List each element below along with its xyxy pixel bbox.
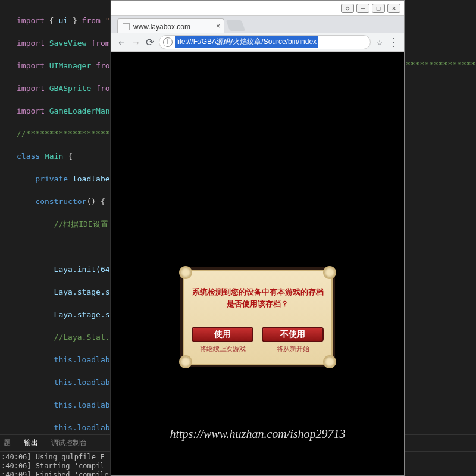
window-titlebar: ◇ — □ ✕ bbox=[111, 1, 404, 16]
page-viewport: 系统检测到您的设备中有本游戏的存档 是否使用该存档？ 使用 不使用 将继续上次游… bbox=[111, 52, 404, 475]
back-button[interactable]: ← bbox=[116, 36, 127, 48]
tab-strip: www.layabox.com × bbox=[111, 16, 404, 33]
use-save-button[interactable]: 使用 bbox=[192, 327, 253, 342]
forward-button[interactable]: → bbox=[130, 36, 141, 48]
watermark-text: https://www.huzhan.com/ishop29713 bbox=[170, 427, 345, 441]
bookmark-star-icon[interactable]: ☆ bbox=[377, 36, 383, 48]
close-window-button[interactable]: ✕ bbox=[387, 4, 400, 13]
reload-button[interactable]: ⟳ bbox=[145, 36, 155, 48]
panel-tab-problems[interactable]: 题 bbox=[4, 438, 11, 448]
dialog-message: 系统检测到您的设备中有本游戏的存档 是否使用该存档？ bbox=[187, 286, 328, 310]
site-info-icon[interactable]: i bbox=[163, 37, 173, 47]
save-dialog: 系统检测到您的设备中有本游戏的存档 是否使用该存档？ 使用 不使用 将继续上次游… bbox=[180, 267, 335, 367]
dont-use-save-button[interactable]: 不使用 bbox=[262, 327, 324, 342]
no-hint: 将从新开始 bbox=[262, 345, 324, 353]
maximize-button[interactable]: □ bbox=[372, 4, 385, 13]
browser-tab[interactable]: www.layabox.com × bbox=[117, 18, 224, 33]
minimize-button[interactable]: — bbox=[356, 4, 369, 13]
favicon-icon bbox=[123, 23, 130, 30]
tab-title: www.layabox.com bbox=[133, 23, 190, 31]
address-bar[interactable]: i file:///F:/GBA源码/火焰纹章/Source/bin/index bbox=[159, 35, 371, 49]
address-bar-row: ← → ⟳ i file:///F:/GBA源码/火焰纹章/Source/bin… bbox=[111, 33, 404, 52]
user-icon[interactable]: ◇ bbox=[341, 4, 354, 13]
tab-close-icon[interactable]: × bbox=[216, 22, 220, 30]
browser-menu-icon[interactable]: ⋮ bbox=[389, 36, 399, 48]
use-hint: 将继续上次游戏 bbox=[192, 345, 253, 353]
panel-tab-debug[interactable]: 调试控制台 bbox=[51, 438, 87, 448]
comment-stars: *************** bbox=[406, 60, 475, 69]
url-text: file:///F:/GBA源码/火焰纹章/Source/bin/index bbox=[175, 36, 318, 48]
browser-window: ◇ — □ ✕ www.layabox.com × ← → ⟳ i file:/… bbox=[111, 0, 405, 476]
panel-tab-output[interactable]: 输出 bbox=[24, 438, 38, 448]
new-tab-button[interactable] bbox=[226, 20, 246, 31]
